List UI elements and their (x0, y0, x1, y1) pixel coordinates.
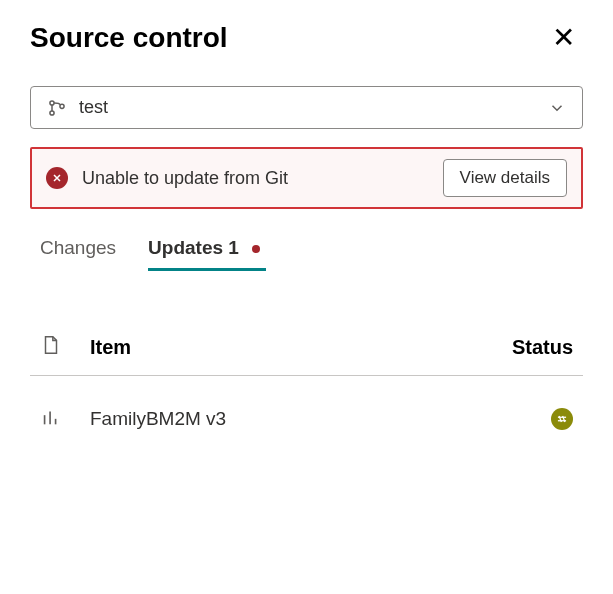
column-header-status: Status (493, 336, 573, 359)
close-button[interactable]: ✕ (544, 20, 583, 56)
model-icon (40, 414, 62, 431)
error-message: Unable to update from Git (82, 168, 288, 189)
tabs: Changes Updates 1 (30, 237, 583, 271)
svg-point-0 (50, 100, 54, 104)
svg-point-2 (60, 104, 64, 108)
branch-name: test (79, 97, 108, 118)
chevron-down-icon (548, 99, 566, 117)
branch-dropdown[interactable]: test (30, 86, 583, 129)
svg-point-1 (50, 110, 54, 114)
tab-changes[interactable]: Changes (40, 237, 116, 271)
close-icon: ✕ (552, 22, 575, 53)
branch-icon (47, 98, 67, 118)
table-row[interactable]: FamilyBM2M v3 (30, 386, 583, 452)
column-header-item: Item (90, 336, 493, 359)
page-title: Source control (30, 22, 228, 54)
tab-updates-label: Updates 1 (148, 237, 239, 258)
table-header: Item Status (30, 319, 583, 376)
item-name: FamilyBM2M v3 (90, 408, 493, 430)
error-banner: Unable to update from Git View details (30, 147, 583, 209)
error-icon (46, 167, 68, 189)
update-indicator-dot (252, 245, 260, 253)
status-badge (551, 408, 573, 430)
file-icon (40, 343, 62, 360)
view-details-button[interactable]: View details (443, 159, 567, 197)
tab-updates[interactable]: Updates 1 (148, 237, 260, 271)
